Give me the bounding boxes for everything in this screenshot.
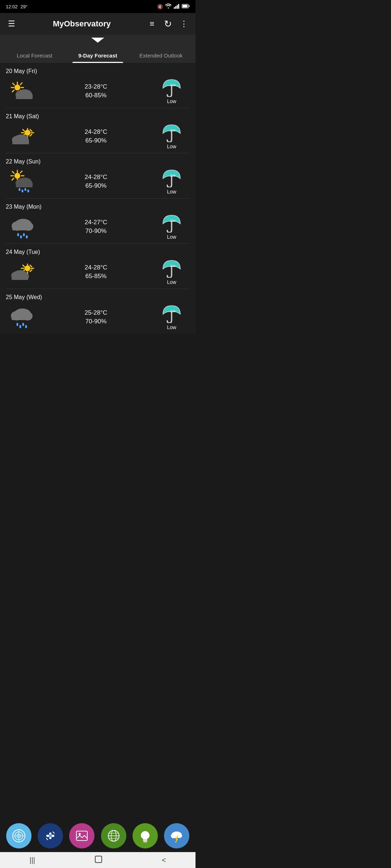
wifi-icon — [165, 4, 172, 10]
temp-2: 24-28°C — [85, 174, 108, 181]
temp-humidity-0: 23-28°C 60-85% — [38, 83, 154, 99]
svg-text:J: J — [170, 128, 172, 132]
svg-line-26 — [23, 129, 25, 131]
day-label-0: 20 May (Fri) — [6, 68, 190, 75]
svg-text:J: J — [170, 219, 172, 222]
svg-text:10: 10 — [172, 310, 176, 313]
svg-point-63 — [26, 235, 28, 239]
svg-point-60 — [17, 233, 19, 237]
humidity-1: 65-90% — [85, 137, 107, 144]
svg-point-52 — [25, 188, 26, 191]
rain-prob-4: J 10 Low — [154, 259, 190, 285]
tab-extended-outlook[interactable]: Extended Outlook — [129, 49, 193, 63]
dropdown-arrow-icon — [91, 38, 104, 43]
rain-prob-1: J 10 Low — [154, 123, 190, 149]
temp-humidity-4: 24-28°C 65-85% — [38, 264, 154, 280]
svg-line-44 — [12, 178, 14, 180]
tab-bar: Local Forecast 9-Day Forecast Extended O… — [0, 44, 196, 63]
svg-point-86 — [20, 325, 21, 328]
mute-icon: 🔇 — [157, 4, 163, 9]
svg-rect-0 — [174, 7, 175, 9]
svg-text:J: J — [170, 174, 172, 177]
svg-rect-3 — [178, 4, 179, 9]
rain-label-5: Low — [167, 324, 176, 330]
signal-icon — [174, 4, 180, 10]
forecast-day-0: 20 May (Fri) — [6, 63, 190, 108]
svg-text:J: J — [170, 309, 172, 313]
day-label-5: 25 May (Wed) — [6, 294, 190, 301]
more-button[interactable]: ⋮ — [178, 19, 190, 29]
svg-rect-2 — [177, 5, 178, 9]
svg-line-14 — [12, 90, 14, 92]
forecast-day-5: 25 May (Wed) 25-28°C — [6, 289, 190, 334]
svg-point-15 — [14, 85, 20, 90]
rain-prob-2: J 10 Low — [154, 169, 190, 195]
humidity-3: 70-90% — [85, 227, 107, 235]
temp-humidity-5: 25-28°C 70-90% — [38, 309, 154, 325]
svg-point-51 — [22, 190, 24, 192]
svg-rect-5 — [189, 5, 190, 7]
forecast-day-2: 22 May (Sun) — [6, 153, 190, 199]
day-label-1: 21 May (Sat) — [6, 113, 190, 120]
rain-prob-5: J 10 Low — [154, 304, 190, 330]
svg-rect-6 — [182, 5, 188, 8]
svg-rect-34 — [12, 139, 29, 144]
status-temp: 29° — [21, 4, 28, 9]
svg-point-87 — [22, 323, 24, 326]
svg-point-85 — [17, 323, 18, 326]
svg-line-43 — [20, 171, 22, 173]
svg-rect-1 — [175, 6, 176, 9]
app-bar: ☰ MyObservatory ≡ ↻ ⋮ — [0, 13, 196, 35]
svg-line-41 — [12, 171, 14, 173]
svg-point-45 — [14, 173, 20, 179]
svg-point-30 — [25, 130, 30, 136]
svg-line-11 — [13, 83, 14, 85]
humidity-0: 60-85% — [85, 92, 107, 99]
svg-text:10: 10 — [172, 174, 176, 177]
rain-label-4: Low — [167, 279, 176, 285]
weather-icon-5 — [6, 305, 38, 329]
menu-button[interactable]: ☰ — [6, 19, 17, 29]
svg-point-74 — [25, 265, 30, 271]
app-title: MyObservatory — [22, 19, 142, 29]
svg-line-71 — [30, 265, 32, 267]
day-label-2: 22 May (Sun) — [6, 158, 190, 165]
weather-icon-2 — [6, 169, 38, 194]
weather-icon-4 — [6, 261, 38, 283]
forecast-day-4: 24 May (Tue) — [6, 244, 190, 289]
svg-point-50 — [19, 188, 21, 191]
rain-label-3: Low — [167, 234, 176, 240]
svg-rect-78 — [12, 275, 28, 280]
svg-line-73 — [30, 270, 32, 272]
status-bar: 12:02 29° 🔇 — [0, 0, 196, 13]
temp-3: 24-27°C — [85, 219, 108, 226]
svg-line-13 — [20, 83, 22, 85]
forecast-day-1: 21 May (Sat) — [6, 108, 190, 153]
temp-humidity-1: 24-28°C 65-90% — [38, 128, 154, 144]
temp-4: 24-28°C — [85, 264, 108, 271]
list-button[interactable]: ≡ — [146, 19, 158, 29]
status-time-temp: 12:02 29° — [6, 4, 28, 9]
svg-line-27 — [30, 129, 32, 131]
svg-point-62 — [23, 233, 25, 237]
tab-9day-forecast[interactable]: 9-Day Forecast — [66, 49, 130, 63]
svg-point-88 — [25, 325, 27, 328]
svg-line-70 — [23, 265, 25, 267]
day-label-3: 23 May (Mon) — [6, 204, 190, 210]
svg-text:10: 10 — [172, 264, 176, 268]
rain-prob-0: J 10 Low — [154, 78, 190, 104]
svg-text:10: 10 — [172, 219, 176, 222]
temp-humidity-3: 24-27°C 70-90% — [38, 219, 154, 235]
svg-point-61 — [20, 235, 22, 239]
refresh-button[interactable]: ↻ — [162, 18, 174, 30]
humidity-5: 70-90% — [85, 318, 107, 325]
svg-text:J: J — [170, 83, 172, 87]
svg-rect-84 — [12, 314, 30, 320]
temp-0: 23-28°C — [85, 83, 108, 90]
humidity-2: 65-90% — [85, 182, 107, 190]
tab-local-forecast[interactable]: Local Forecast — [3, 49, 66, 63]
dropdown-indicator[interactable] — [0, 35, 196, 44]
weather-icon-3 — [6, 214, 38, 239]
svg-text:10: 10 — [172, 129, 176, 132]
temp-humidity-2: 24-28°C 65-90% — [38, 174, 154, 190]
